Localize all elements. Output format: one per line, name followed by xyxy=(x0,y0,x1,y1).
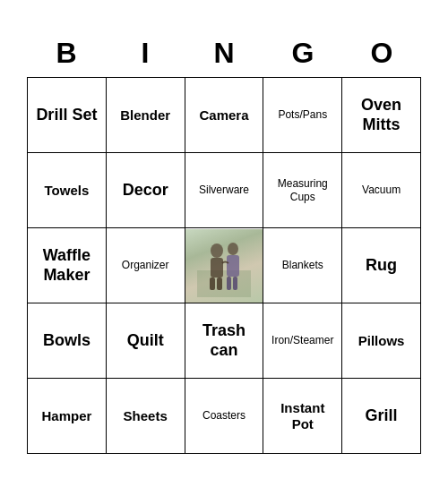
cell-r4c3: Instant Pot xyxy=(263,379,342,454)
letter-n: N xyxy=(185,33,263,73)
svg-rect-8 xyxy=(233,277,237,290)
cell-r0c3: Pots/Pans xyxy=(263,78,342,153)
letter-b: B xyxy=(27,33,106,73)
svg-rect-6 xyxy=(227,255,239,277)
cell-r4c2: Coasters xyxy=(185,379,264,454)
svg-point-5 xyxy=(228,243,238,255)
letter-g: G xyxy=(263,33,342,73)
cell-r3c2: Trash can xyxy=(185,303,264,379)
cell-r4c0: Hamper xyxy=(28,379,107,454)
cell-r3c3: Iron/Steamer xyxy=(263,303,342,379)
cell-r3c1: Quilt xyxy=(107,303,185,379)
bingo-card: B I N G O Drill Set Blender Camera Pots/… xyxy=(18,24,430,463)
cell-r3c0: Bowls xyxy=(28,303,107,379)
svg-rect-0 xyxy=(197,270,251,297)
svg-rect-2 xyxy=(211,258,223,278)
bingo-header: B I N G O xyxy=(27,33,421,73)
cell-r1c0: Towels xyxy=(28,153,107,228)
bingo-grid: Drill Set Blender Camera Pots/Pans Oven … xyxy=(27,77,421,454)
cell-r2c1: Organizer xyxy=(107,228,185,303)
cell-r1c4: Vacuum xyxy=(342,153,421,228)
letter-i: I xyxy=(106,33,185,73)
cell-r0c0: Drill Set xyxy=(28,78,107,153)
cell-r0c1: Blender xyxy=(107,78,185,153)
cell-r2c0: Waffle Maker xyxy=(28,228,107,303)
cell-r1c1: Decor xyxy=(107,153,185,228)
cell-r4c4: Grill xyxy=(342,379,421,454)
couple-silhouette-icon xyxy=(197,235,251,297)
cell-r2c4: Rug xyxy=(342,228,421,303)
cell-r4c1: Sheets xyxy=(107,379,185,454)
cell-r3c4: Pillows xyxy=(342,303,421,379)
cell-r2c2-image xyxy=(185,228,264,303)
svg-rect-4 xyxy=(217,278,222,290)
couple-photo xyxy=(185,229,263,303)
svg-point-1 xyxy=(211,244,223,258)
cell-r0c2: Camera xyxy=(185,78,264,153)
cell-r1c2: Silverware xyxy=(185,153,264,228)
cell-r1c3: Measuring Cups xyxy=(263,153,342,228)
letter-o: O xyxy=(342,33,421,73)
cell-r0c4: Oven Mitts xyxy=(342,78,421,153)
cell-r2c3: Blankets xyxy=(263,228,342,303)
svg-rect-7 xyxy=(227,277,231,290)
svg-rect-3 xyxy=(210,278,215,290)
